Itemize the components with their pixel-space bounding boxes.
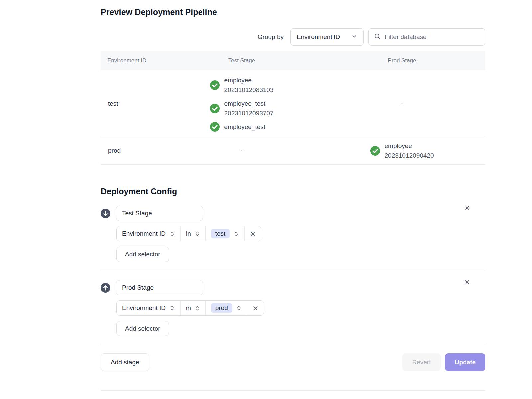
deployment-name: employee bbox=[224, 75, 274, 85]
selector-row: Environment ID in test bbox=[116, 226, 485, 241]
unfold-icon bbox=[236, 305, 242, 311]
unfold-icon bbox=[169, 305, 175, 311]
selector-group: Environment ID in test bbox=[116, 226, 261, 241]
column-header-test-stage: Test Stage bbox=[165, 57, 319, 64]
deployment-list: employee 20231012090420 bbox=[370, 141, 434, 160]
remove-stage-button[interactable] bbox=[463, 203, 472, 214]
remove-stage-button[interactable] bbox=[463, 277, 472, 288]
unfold-icon bbox=[195, 305, 200, 311]
success-check-icon bbox=[210, 104, 220, 113]
footer-actions: Add stage Revert Update bbox=[101, 353, 485, 371]
selector-operator-value: in bbox=[186, 230, 191, 237]
selector-value-select[interactable]: prod bbox=[206, 301, 247, 315]
main-content: Preview Deployment Pipeline Group by Env… bbox=[101, 0, 485, 391]
remove-selector-button[interactable] bbox=[247, 301, 264, 315]
test-stage-cell-empty: - bbox=[165, 147, 319, 154]
success-check-icon bbox=[210, 80, 220, 90]
environment-id-cell: prod bbox=[101, 147, 165, 154]
selector-key-select[interactable]: Environment ID bbox=[117, 226, 181, 241]
deployment-text: employee_test 20231012093707 bbox=[224, 99, 274, 118]
selector-group: Environment ID in prod bbox=[116, 300, 264, 316]
deployment-text: employee 20231012090420 bbox=[385, 141, 434, 160]
deployment-item: employee 20231012090420 bbox=[370, 141, 434, 160]
table-row-test: test employee 20231012083103 bbox=[101, 70, 485, 137]
success-check-icon bbox=[370, 146, 380, 156]
selector-operator-select[interactable]: in bbox=[181, 301, 206, 315]
selector-key-select[interactable]: Environment ID bbox=[117, 301, 181, 315]
selector-operator-value: in bbox=[186, 304, 191, 312]
success-check-icon bbox=[210, 122, 220, 132]
deployment-item: employee_test bbox=[210, 122, 274, 132]
deployment-list: employee 20231012083103 employee_test 20… bbox=[210, 75, 274, 132]
deployment-text: employee_test bbox=[224, 122, 266, 132]
environment-id-cell: test bbox=[101, 100, 165, 107]
pipeline-table: Environment ID Test Stage Prod Stage tes… bbox=[101, 51, 485, 165]
pipeline-toolbar: Group by Environment ID bbox=[101, 28, 485, 46]
selector-operator-select[interactable]: in bbox=[181, 226, 206, 241]
test-stage-cell: employee 20231012083103 employee_test 20… bbox=[165, 75, 319, 132]
deployment-name: employee_test bbox=[224, 99, 274, 108]
filter-database-field bbox=[368, 28, 485, 46]
group-by-value: Environment ID bbox=[297, 33, 340, 41]
unfold-icon bbox=[233, 231, 239, 237]
column-header-environment-id: Environment ID bbox=[101, 57, 165, 64]
pipeline-table-header: Environment ID Test Stage Prod Stage bbox=[101, 51, 485, 70]
unfold-icon bbox=[195, 231, 200, 237]
stage-header bbox=[101, 206, 485, 221]
arrow-down-circle-icon bbox=[101, 209, 110, 218]
filter-database-input[interactable] bbox=[385, 33, 480, 41]
stage-config-test: Environment ID in test Add selector bbox=[101, 206, 485, 270]
chevron-down-icon bbox=[351, 33, 357, 41]
stage-name-input[interactable] bbox=[116, 206, 203, 221]
selector-value-select[interactable]: test bbox=[206, 226, 245, 241]
deployment-text: employee 20231012083103 bbox=[224, 75, 274, 95]
group-by-label: Group by bbox=[258, 33, 284, 41]
stage-config-prod: Environment ID in prod Add selector bbox=[101, 280, 485, 344]
revert-button[interactable]: Revert bbox=[402, 353, 441, 371]
add-selector-button[interactable]: Add selector bbox=[116, 321, 169, 336]
search-icon bbox=[374, 33, 381, 41]
stage-header bbox=[101, 280, 485, 295]
add-stage-button[interactable]: Add stage bbox=[101, 353, 149, 371]
prod-stage-cell-empty: - bbox=[319, 100, 485, 107]
unfold-icon bbox=[169, 231, 175, 237]
table-row-prod: prod - employee 20231012090420 bbox=[101, 137, 485, 165]
column-header-prod-stage: Prod Stage bbox=[319, 57, 485, 64]
deployment-name: employee_test bbox=[224, 122, 266, 132]
deployment-item: employee_test 20231012093707 bbox=[210, 99, 274, 118]
selector-value-pill: test bbox=[211, 229, 230, 238]
selector-key-value: Environment ID bbox=[122, 304, 166, 312]
selector-key-value: Environment ID bbox=[122, 230, 166, 237]
deployment-item: employee 20231012083103 bbox=[210, 75, 274, 95]
update-button[interactable]: Update bbox=[445, 353, 485, 371]
bottom-divider bbox=[101, 390, 485, 391]
page-title: Preview Deployment Pipeline bbox=[101, 7, 485, 17]
deployment-version: 20231012090420 bbox=[385, 151, 434, 160]
selector-row: Environment ID in prod bbox=[116, 300, 485, 316]
deployment-version: 20231012083103 bbox=[224, 85, 274, 95]
selector-value-pill: prod bbox=[211, 303, 232, 313]
remove-selector-button[interactable] bbox=[245, 226, 261, 241]
prod-stage-cell: employee 20231012090420 bbox=[319, 141, 485, 160]
add-selector-button[interactable]: Add selector bbox=[116, 247, 169, 262]
deployment-config-title: Deployment Config bbox=[101, 187, 485, 196]
deployment-name: employee bbox=[385, 141, 434, 151]
close-icon bbox=[252, 305, 259, 311]
deployment-version: 20231012093707 bbox=[224, 108, 274, 118]
close-icon bbox=[250, 231, 256, 237]
stage-name-input[interactable] bbox=[116, 280, 203, 295]
arrow-up-circle-icon bbox=[101, 283, 110, 293]
group-by-select[interactable]: Environment ID bbox=[290, 28, 364, 46]
